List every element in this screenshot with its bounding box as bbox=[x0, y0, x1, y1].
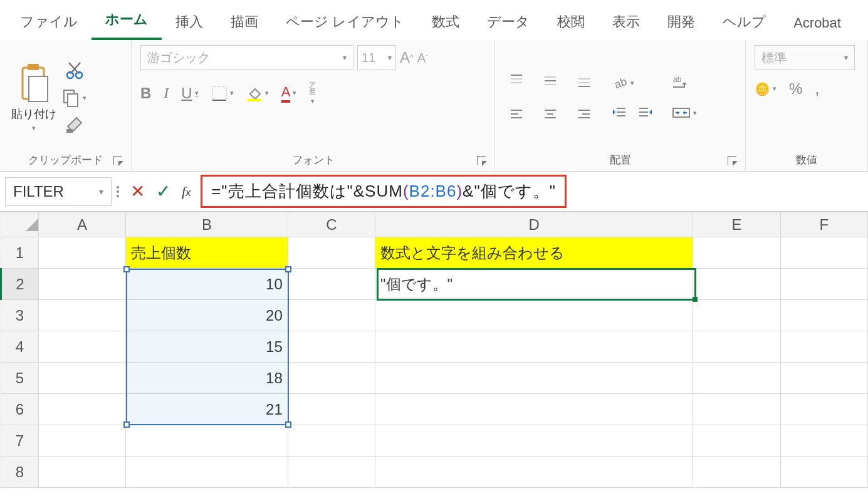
tab-acrobat[interactable]: Acrobat bbox=[780, 9, 855, 40]
cell-B2[interactable]: 10 bbox=[126, 269, 288, 300]
cell-F3[interactable] bbox=[780, 300, 867, 331]
align-center-button[interactable] bbox=[542, 106, 558, 123]
tab-insert[interactable]: 挿入 bbox=[162, 6, 217, 40]
cell-C1[interactable] bbox=[288, 237, 375, 269]
tab-view[interactable]: 表示 bbox=[599, 6, 654, 40]
cut-button[interactable] bbox=[65, 61, 84, 80]
wrap-text-button[interactable]: ab bbox=[672, 75, 697, 91]
font-color-button[interactable]: A▾ bbox=[281, 84, 297, 103]
cell-C7[interactable] bbox=[288, 425, 375, 457]
cell-F8[interactable] bbox=[780, 457, 867, 488]
row-header-7[interactable]: 7 bbox=[1, 425, 39, 457]
row-header-1[interactable]: 1 bbox=[1, 237, 39, 269]
paste-button[interactable]: 貼り付け ▾ bbox=[9, 64, 59, 132]
row-header-2[interactable]: 2 bbox=[1, 269, 39, 300]
tab-home[interactable]: ホーム bbox=[92, 4, 162, 40]
cell-D7[interactable] bbox=[375, 425, 693, 457]
row-header-3[interactable]: 3 bbox=[1, 300, 39, 331]
alignment-dialog-launcher[interactable] bbox=[728, 156, 736, 165]
name-box[interactable]: FILTER ▾ bbox=[5, 177, 112, 206]
phonetic-button[interactable]: ア 亜▾ bbox=[309, 81, 316, 105]
worksheet[interactable]: A B C D E F 1 売上個数 数式と文字を組み合わせる 2 10 bbox=[0, 212, 868, 488]
accounting-format-button[interactable]: 🪙▾ bbox=[755, 81, 776, 96]
row-header-6[interactable]: 6 bbox=[1, 394, 39, 425]
border-button[interactable]: ▾ bbox=[211, 85, 234, 101]
cell-B6[interactable]: 21 bbox=[126, 394, 288, 425]
cell-A7[interactable] bbox=[38, 425, 125, 457]
cell-D8[interactable] bbox=[375, 457, 693, 488]
cell-F6[interactable] bbox=[780, 394, 867, 425]
font-size-select[interactable]: 11▾ bbox=[357, 45, 396, 70]
cell-B3[interactable]: 20 bbox=[126, 300, 288, 331]
underline-button[interactable]: U▾ bbox=[181, 85, 198, 102]
align-middle-button[interactable] bbox=[542, 73, 558, 89]
col-header-D[interactable]: D bbox=[375, 212, 693, 237]
tab-review[interactable]: 校閲 bbox=[543, 6, 599, 40]
fill-color-button[interactable]: ▾ bbox=[246, 85, 269, 101]
cell-F4[interactable] bbox=[780, 331, 867, 363]
cell-A1[interactable] bbox=[38, 237, 125, 269]
align-right-button[interactable] bbox=[576, 106, 592, 123]
font-dialog-launcher[interactable] bbox=[477, 156, 486, 165]
col-header-F[interactable]: F bbox=[780, 212, 867, 237]
increase-indent-button[interactable] bbox=[637, 105, 653, 121]
cell-B8[interactable] bbox=[126, 457, 288, 488]
cell-B7[interactable] bbox=[126, 425, 288, 457]
tab-developer[interactable]: 開発 bbox=[654, 6, 709, 40]
cell-C6[interactable] bbox=[288, 394, 375, 425]
cell-F7[interactable] bbox=[780, 425, 867, 457]
cancel-button[interactable]: ✕ bbox=[130, 181, 145, 202]
align-left-button[interactable] bbox=[508, 106, 525, 123]
cell-B4[interactable]: 15 bbox=[126, 331, 288, 363]
decrease-indent-button[interactable] bbox=[612, 105, 628, 121]
row-header-8[interactable]: 8 bbox=[1, 457, 39, 488]
format-painter-button[interactable] bbox=[65, 115, 84, 134]
cell-E7[interactable] bbox=[693, 425, 780, 457]
decrease-font-size-button[interactable]: Aˇ bbox=[417, 51, 428, 65]
cell-C8[interactable] bbox=[288, 457, 375, 488]
cell-C4[interactable] bbox=[288, 331, 375, 363]
cell-A2[interactable] bbox=[38, 269, 125, 300]
cell-D1[interactable]: 数式と文字を組み合わせる bbox=[375, 237, 693, 269]
copy-button[interactable]: ▾ bbox=[63, 89, 86, 106]
merge-center-button[interactable]: ▾ bbox=[672, 105, 697, 121]
enter-button[interactable]: ✓ bbox=[156, 181, 170, 202]
insert-function-button[interactable]: fx bbox=[182, 183, 191, 200]
italic-button[interactable]: I bbox=[164, 85, 169, 101]
col-header-A[interactable]: A bbox=[38, 212, 125, 237]
cell-B5[interactable]: 18 bbox=[126, 363, 288, 394]
cell-D5[interactable] bbox=[375, 363, 693, 394]
cell-E6[interactable] bbox=[693, 394, 780, 425]
cell-D4[interactable] bbox=[375, 331, 693, 363]
col-header-C[interactable]: C bbox=[288, 212, 375, 237]
cell-A5[interactable] bbox=[38, 363, 125, 394]
number-format-select[interactable]: 標準▾ bbox=[755, 45, 855, 70]
cell-E5[interactable] bbox=[693, 363, 780, 394]
cell-E8[interactable] bbox=[693, 457, 780, 488]
cell-F5[interactable] bbox=[780, 363, 867, 394]
cell-F1[interactable] bbox=[780, 237, 867, 269]
cell-C3[interactable] bbox=[288, 300, 375, 331]
tab-formulas[interactable]: 数式 bbox=[418, 6, 473, 40]
font-name-select[interactable]: 游ゴシック▾ bbox=[140, 45, 353, 70]
cell-E3[interactable] bbox=[693, 300, 780, 331]
cell-D3[interactable] bbox=[375, 300, 693, 331]
orientation-button[interactable]: ab▾ bbox=[612, 75, 653, 91]
tab-page-layout[interactable]: ページ レイアウト bbox=[272, 6, 418, 40]
cell-A8[interactable] bbox=[38, 457, 125, 488]
tab-data[interactable]: データ bbox=[473, 6, 543, 40]
cell-A4[interactable] bbox=[38, 331, 125, 363]
select-all-corner[interactable] bbox=[1, 212, 39, 237]
col-header-E[interactable]: E bbox=[693, 212, 780, 237]
formula-input[interactable]: = "売上合計個数は" &SUM ( B2:B6 ) & "個です。" bbox=[201, 175, 567, 208]
align-top-button[interactable] bbox=[508, 73, 525, 89]
cell-E1[interactable] bbox=[693, 237, 780, 269]
tab-draw[interactable]: 描画 bbox=[217, 6, 272, 40]
tab-file[interactable]: ファイル bbox=[6, 6, 92, 40]
cell-D6[interactable] bbox=[375, 394, 693, 425]
cell-D2[interactable]: "個です。" bbox=[375, 269, 693, 300]
col-header-B[interactable]: B bbox=[126, 212, 288, 237]
row-header-4[interactable]: 4 bbox=[1, 331, 39, 363]
cell-A6[interactable] bbox=[38, 394, 125, 425]
cell-C5[interactable] bbox=[288, 363, 375, 394]
